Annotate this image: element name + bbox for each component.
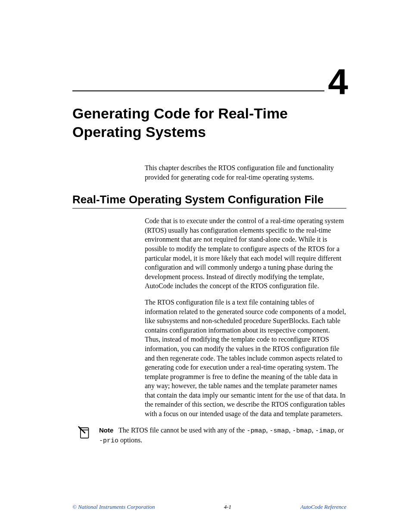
footer-right-link[interactable]: AutoCode Reference	[300, 504, 346, 510]
note-text: Note The RTOS file cannot be used with a…	[99, 426, 344, 446]
note-post: options.	[118, 436, 142, 444]
note-opt-2: -bmap	[292, 427, 311, 435]
note-opt-3: -imap	[315, 427, 334, 435]
note-mid: , or	[334, 426, 343, 434]
footer-left-link[interactable]: © National Instruments Corporation	[72, 504, 155, 510]
note-label: Note	[99, 426, 113, 434]
footer-center: 4-1	[224, 504, 231, 510]
footer-right: AutoCode Reference	[300, 504, 346, 510]
chapter-title: Generating Code for Real-Time Operating …	[72, 104, 346, 141]
chapter-intro: This chapter describes the RTOS configur…	[72, 163, 346, 182]
section-para-1: Code that is to execute under the contro…	[72, 216, 346, 291]
section-para-2: The RTOS configuration file is a text fi…	[72, 298, 346, 419]
note-opt-last: -prio	[99, 437, 118, 445]
note-opt-0: -pmap	[246, 427, 266, 435]
footer-left: © National Instruments Corporation	[72, 504, 155, 510]
note-pre: The RTOS file cannot be used with any of…	[118, 426, 246, 434]
chapter-number: 4	[324, 64, 348, 100]
note-opt-1: -smap	[269, 427, 289, 435]
note-block: Note The RTOS file cannot be used with a…	[72, 426, 346, 446]
chapter-rule: 4	[72, 65, 346, 91]
page-footer: © National Instruments Corporation 4-1 A…	[72, 504, 346, 510]
note-icon	[78, 426, 92, 440]
section-heading: Real-Time Operating System Configuration…	[72, 193, 346, 208]
